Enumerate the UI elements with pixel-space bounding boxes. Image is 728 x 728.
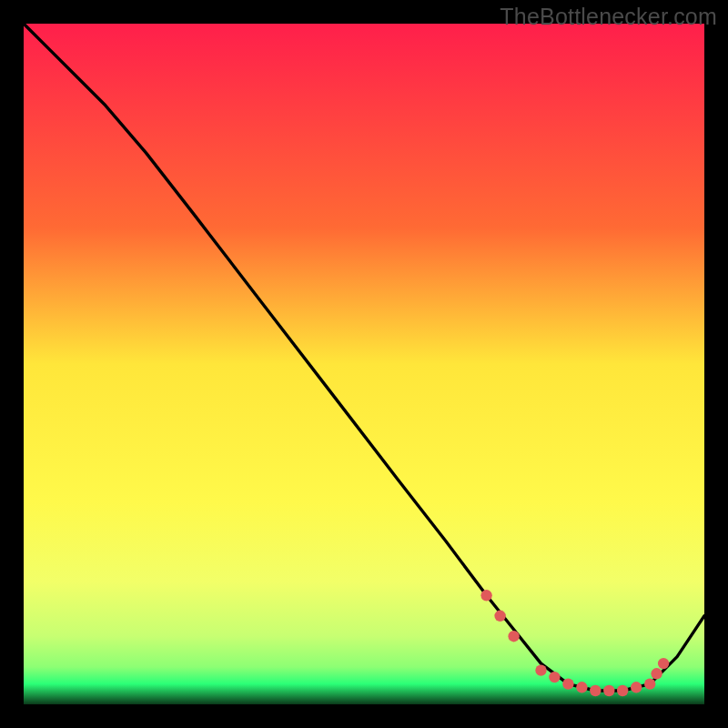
highlight-dot <box>617 685 628 696</box>
highlight-dot <box>651 668 662 679</box>
highlight-dot <box>508 631 519 642</box>
highlight-dot <box>603 685 614 696</box>
highlight-dot <box>562 678 573 689</box>
highlight-dot <box>658 658 669 669</box>
svg-rect-0 <box>24 24 704 704</box>
chart-svg <box>24 24 704 704</box>
highlight-dot <box>644 678 655 689</box>
highlight-dot <box>480 590 491 601</box>
highlight-dot <box>590 685 601 696</box>
highlight-dot <box>576 682 587 693</box>
highlight-dot <box>549 672 560 682</box>
watermark-text: TheBottlenecker.com <box>500 4 717 30</box>
highlight-dot <box>494 611 505 622</box>
chart-frame: TheBottlenecker.com <box>0 0 728 728</box>
highlight-dot <box>631 682 642 693</box>
highlight-dot <box>535 664 546 675</box>
chart-plot-area <box>24 24 704 704</box>
